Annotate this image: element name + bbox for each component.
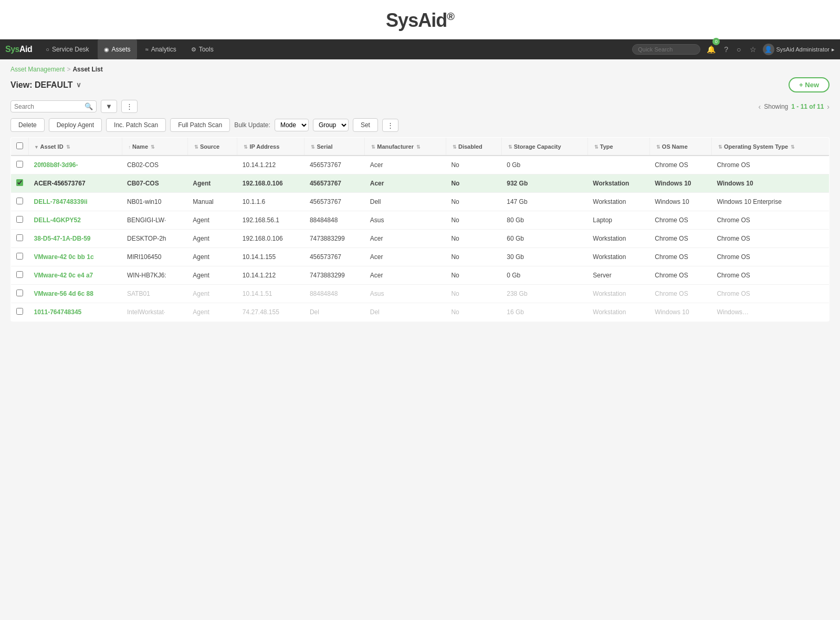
cell-storage: 16 Gb xyxy=(501,303,587,322)
row-checkbox[interactable] xyxy=(16,308,23,315)
star-icon[interactable]: ☆ xyxy=(748,44,759,55)
row-checkbox-cell[interactable] xyxy=(11,156,29,174)
cell-name[interactable]: SATB01 xyxy=(122,285,187,303)
row-checkbox-cell[interactable] xyxy=(11,285,29,303)
cell-asset-id[interactable]: ACER-456573767 xyxy=(29,174,122,193)
bulk-update-label: Bulk Update: xyxy=(234,121,270,129)
col-header-manufacturer[interactable]: ⇅ Manufacturer ⇅ xyxy=(365,138,446,156)
table-row: VMware-42 0c bb 1c MIRI106450 Agent 10.1… xyxy=(11,248,830,266)
col-header-name[interactable]: ↑ Name ⇅ xyxy=(122,138,187,156)
col-header-source[interactable]: ⇅ Source xyxy=(187,138,237,156)
cell-name[interactable]: CB02-COS xyxy=(122,156,187,174)
breadcrumb-parent[interactable]: Asset Management xyxy=(10,66,65,73)
nav-item-label: Analytics xyxy=(151,46,176,53)
table-row: 20f08b8f-3d96- CB02-COS 10.14.1.212 4565… xyxy=(11,156,830,174)
cell-asset-id[interactable]: DELL-784748339ii xyxy=(29,193,122,211)
search-icon[interactable]: 🔍 xyxy=(85,102,93,110)
cell-source: Manual xyxy=(187,193,237,211)
cell-asset-id[interactable]: 1011-764748345 xyxy=(29,303,122,322)
row-checkbox-cell[interactable] xyxy=(11,230,29,248)
next-page-button[interactable]: › xyxy=(827,102,830,111)
new-button[interactable]: + New xyxy=(789,77,830,92)
cell-os-name: Chrome OS xyxy=(649,156,711,174)
cell-name[interactable]: CB07-COS xyxy=(122,174,187,193)
row-checkbox[interactable] xyxy=(16,271,23,278)
quick-search-input[interactable] xyxy=(632,44,700,55)
row-checkbox[interactable] xyxy=(16,253,23,260)
group-select[interactable]: Group xyxy=(313,119,349,131)
row-checkbox[interactable] xyxy=(16,234,23,241)
cell-os-type: Chrome OS xyxy=(711,156,829,174)
cell-name[interactable]: MIRI106450 xyxy=(122,248,187,266)
row-checkbox[interactable] xyxy=(16,198,23,204)
full-patch-scan-button[interactable]: Full Patch Scan xyxy=(170,118,230,132)
cell-storage: 147 Gb xyxy=(501,193,587,211)
row-checkbox[interactable] xyxy=(16,216,23,223)
inc-patch-scan-button[interactable]: Inc. Patch Scan xyxy=(106,118,166,132)
cell-asset-id[interactable]: 20f08b8f-3d96- xyxy=(29,156,122,174)
cell-name[interactable]: WIN-HB7KJ6: xyxy=(122,266,187,285)
cell-storage: 238 Gb xyxy=(501,285,587,303)
deploy-agent-button[interactable]: Deploy Agent xyxy=(49,118,102,132)
cell-asset-id[interactable]: VMware-42 0c bb 1c xyxy=(29,248,122,266)
breadcrumb-separator: > xyxy=(67,66,70,73)
cell-disabled: No xyxy=(446,248,501,266)
prev-page-button[interactable]: ‹ xyxy=(759,102,761,111)
notification-icon[interactable]: 🔔 0 xyxy=(705,44,718,55)
user-avatar: 👤 xyxy=(763,44,774,55)
col-header-storage[interactable]: ⇅ Storage Capacity xyxy=(501,138,587,156)
more-options-button[interactable]: ⋮ xyxy=(121,100,138,113)
nav-item-assets[interactable]: ◉ Assets xyxy=(98,39,137,59)
delete-button[interactable]: Delete xyxy=(10,118,45,132)
cell-name[interactable]: NB01-win10 xyxy=(122,193,187,211)
cell-ip: 192.168.0.106 xyxy=(237,230,304,248)
cell-disabled: No xyxy=(446,193,501,211)
cell-asset-id[interactable]: VMware-56 4d 6c 88 xyxy=(29,285,122,303)
table-row: 38-D5-47-1A-DB-59 DESKTOP-2h Agent 192.1… xyxy=(11,230,830,248)
cell-name[interactable]: DESKTOP-2h xyxy=(122,230,187,248)
cell-ip: 10.14.1.212 xyxy=(237,266,304,285)
cell-disabled: No xyxy=(446,156,501,174)
col-header-ip[interactable]: ⇅ IP Address xyxy=(237,138,304,156)
filter-button[interactable]: ▼ xyxy=(101,100,117,113)
more-actions-button[interactable]: ⋮ xyxy=(382,119,398,132)
cell-name[interactable]: IntelWorkstat· xyxy=(122,303,187,322)
nav-user[interactable]: 👤 SysAid Administrator ▸ xyxy=(763,44,835,55)
row-checkbox-cell[interactable] xyxy=(11,211,29,230)
nav-item-tools[interactable]: ⚙ Tools xyxy=(185,39,220,59)
row-checkbox-cell[interactable] xyxy=(11,174,29,193)
col-header-os-type[interactable]: ⇅ Operating System Type ⇅ xyxy=(711,138,829,156)
mode-select[interactable]: Mode xyxy=(275,119,309,131)
row-checkbox[interactable] xyxy=(16,290,23,296)
search-input[interactable] xyxy=(14,103,82,110)
col-header-os-name[interactable]: ⇅ OS Name xyxy=(649,138,711,156)
set-button[interactable]: Set xyxy=(353,118,378,132)
row-checkbox[interactable] xyxy=(16,179,23,186)
cell-asset-id[interactable]: DELL-4GKPY52 xyxy=(29,211,122,230)
cell-serial: 456573767 xyxy=(304,193,365,211)
col-header-serial[interactable]: ⇅ Serial xyxy=(304,138,365,156)
col-header-type[interactable]: ⇅ Type xyxy=(587,138,649,156)
col-header-asset-id[interactable]: ▼ Asset ID ⇅ xyxy=(29,138,122,156)
row-checkbox-cell[interactable] xyxy=(11,193,29,211)
help-icon[interactable]: ? xyxy=(722,44,730,55)
cell-asset-id[interactable]: VMware-42 0c e4 a7 xyxy=(29,266,122,285)
cell-manufacturer: Acer xyxy=(365,230,446,248)
cell-ip: 10.14.1.155 xyxy=(237,248,304,266)
row-checkbox-cell[interactable] xyxy=(11,266,29,285)
row-checkbox-cell[interactable] xyxy=(11,248,29,266)
row-checkbox-cell[interactable] xyxy=(11,303,29,322)
cell-storage: 80 Gb xyxy=(501,211,587,230)
nav-item-analytics[interactable]: ≈ Analytics xyxy=(139,39,183,59)
nav-item-service-desk[interactable]: ○ Service Desk xyxy=(39,39,95,59)
settings-icon[interactable]: ○ xyxy=(734,44,743,55)
view-title-text: View: DEFAULT xyxy=(10,80,73,90)
view-title[interactable]: View: DEFAULT ∨ xyxy=(10,80,81,90)
col-header-disabled[interactable]: ⇅ Disabled xyxy=(446,138,501,156)
cell-name[interactable]: BENGIGI-LW· xyxy=(122,211,187,230)
row-checkbox[interactable] xyxy=(16,161,23,168)
select-all-checkbox[interactable] xyxy=(16,142,23,149)
cell-asset-id[interactable]: 38-D5-47-1A-DB-59 xyxy=(29,230,122,248)
cell-os-name: Windows 10 xyxy=(649,193,711,211)
select-all-header[interactable] xyxy=(11,138,29,156)
